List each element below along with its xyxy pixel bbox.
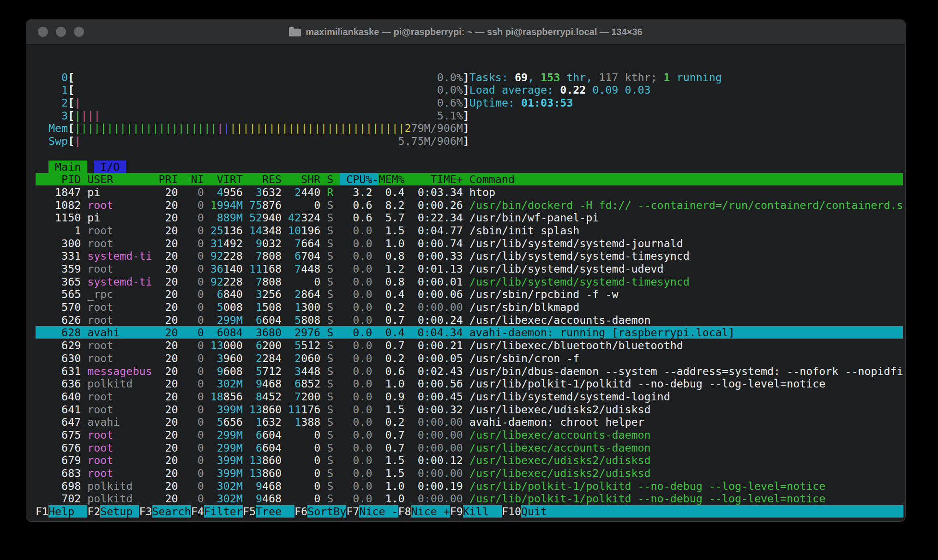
- process-row-702[interactable]: 702 polkitd 20 0 302M 9468 0 S 0.0 1.0 0…: [36, 492, 906, 505]
- process-nice: 0: [185, 365, 204, 377]
- fkey-F9[interactable]: F9: [450, 505, 463, 518]
- process-state: S: [327, 352, 333, 364]
- process-nice: 0: [185, 250, 204, 262]
- fkey-F8[interactable]: F8: [398, 505, 411, 518]
- process-user: polkitd: [87, 492, 152, 505]
- fkey-F2[interactable]: F2: [87, 505, 100, 518]
- fkey-label-help[interactable]: Help: [48, 505, 87, 518]
- fkey-F1[interactable]: F1: [36, 505, 48, 518]
- process-time: 0:00.05: [405, 352, 463, 364]
- fkey-F7[interactable]: F7: [346, 505, 359, 518]
- header-right-columns[interactable]: MEM% TIME+ Command: [379, 173, 903, 185]
- htop-terminal[interactable]: 0[ 0.0%]Tasks: 69, 153 thr, 117 kthr; 1 …: [36, 58, 906, 518]
- process-row-626[interactable]: 626 root 20 0 299M 6604 5808 S 0.0 0.7 0…: [36, 314, 906, 327]
- fkey-label-search[interactable]: Search: [152, 505, 191, 518]
- zoom-button[interactable]: [74, 27, 84, 37]
- process-row-641[interactable]: 641 root 20 0 399M 13860 11176 S 0.0 1.5…: [36, 403, 906, 416]
- fkey-F5[interactable]: F5: [243, 505, 256, 518]
- fkey-F10[interactable]: F10: [502, 505, 521, 518]
- mem-cache-bars: |||||||||||||||||||||||||||: [230, 122, 405, 134]
- process-nice: 0: [185, 288, 204, 300]
- process-row-300[interactable]: 300 root 20 0 31492 9032 7664 S 0.0 1.0 …: [36, 237, 906, 250]
- process-cpu-percent: 3.2: [340, 186, 372, 198]
- process-row-675[interactable]: 675 root 20 0 299M 6604 0 S 0.0 0.7 0:00…: [36, 429, 906, 441]
- selected-process-text[interactable]: 628 avahi 20 0 6084 3680 2976 S 0.0 0.4 …: [36, 326, 903, 339]
- process-time: 0:00.19: [405, 480, 463, 492]
- process-row-1[interactable]: 1 root 20 0 25136 14348 10196 S 0.0 1.5 …: [36, 224, 906, 237]
- process-user: root: [87, 339, 152, 351]
- process-pid: 679: [36, 454, 81, 466]
- process-row-683[interactable]: 683 root 20 0 399M 13860 0 S 0.0 1.5 0:0…: [36, 467, 906, 480]
- process-state: S: [327, 262, 333, 275]
- process-nice: 0: [185, 403, 204, 416]
- process-row-570[interactable]: 570 root 20 0 5008 1508 1300 S 0.0 0.2 0…: [36, 301, 906, 314]
- process-row-1082[interactable]: 1082 root 20 0 1994M 75876 0 S 0.6 8.2 0…: [36, 199, 906, 212]
- process-nice: 0: [185, 224, 204, 237]
- process-row-636[interactable]: 636 polkitd 20 0 302M 9468 6852 S 0.0 1.…: [36, 377, 906, 390]
- process-user: root: [87, 301, 152, 313]
- process-mem-percent: 0.8: [379, 250, 404, 262]
- header-left-columns[interactable]: PID USER PRI NI VIRT RES SHR S: [36, 173, 340, 185]
- fkey-label-nice-[interactable]: Nice -: [359, 505, 398, 518]
- process-nice: 0: [185, 441, 204, 454]
- fkey-label-sortby[interactable]: SortBy: [307, 505, 346, 518]
- fkey-F6[interactable]: F6: [295, 505, 307, 518]
- memory-meter-value: 79M/906M: [411, 122, 463, 134]
- window-titlebar[interactable]: maximiliankaske — pi@raspberrypi: ~ — ss…: [26, 19, 906, 45]
- fkey-label-setup[interactable]: Setup: [100, 505, 139, 518]
- tab-io[interactable]: I/O: [94, 161, 126, 173]
- process-row-331[interactable]: 331 systemd-ti 20 0 92228 7808 6704 S 0.…: [36, 250, 906, 262]
- process-row-1150[interactable]: 1150 pi 20 0 889M 52940 42324 S 0.6 5.7 …: [36, 211, 906, 224]
- process-row-698[interactable]: 698 polkitd 20 0 302M 9468 0 S 0.0 1.0 0…: [36, 480, 906, 493]
- process-pid: 626: [36, 314, 81, 326]
- process-cpu-percent: 0.0: [340, 224, 372, 237]
- table-header[interactable]: PID USER PRI NI VIRT RES SHR S CPU%-MEM%…: [36, 173, 906, 186]
- process-pid: 365: [36, 275, 81, 288]
- process-priority: 20: [159, 454, 178, 466]
- process-pid: 359: [36, 262, 81, 275]
- uptime-value: 01:03:53: [521, 96, 573, 109]
- process-row-631[interactable]: 631 messagebus 20 0 9608 5712 3448 S 0.0…: [36, 365, 906, 378]
- process-pid: 641: [36, 403, 81, 416]
- fkey-F4[interactable]: F4: [191, 505, 204, 518]
- process-state: S: [327, 429, 333, 441]
- process-cpu-percent: 0.0: [340, 275, 372, 288]
- process-time: 0:00.24: [405, 314, 463, 326]
- process-state: S: [327, 492, 333, 505]
- fkey-label-quit[interactable]: Quit: [521, 505, 903, 518]
- tab-main[interactable]: Main: [48, 161, 87, 173]
- process-priority: 20: [159, 301, 178, 313]
- fkey-label-filter[interactable]: Filter: [204, 505, 243, 518]
- header-sort-column-cpu[interactable]: CPU%-: [340, 173, 379, 185]
- fkey-label-tree[interactable]: Tree: [256, 505, 295, 518]
- process-row-359[interactable]: 359 root 20 0 36140 11168 7448 S 0.0 1.2…: [36, 262, 906, 275]
- process-row-1847[interactable]: 1847 pi 20 0 4956 3632 2440 R 3.2 0.4 0:…: [36, 186, 906, 199]
- fkey-F3[interactable]: F3: [139, 505, 152, 518]
- process-command: /usr/libexec/accounts-daemon: [469, 441, 903, 454]
- traffic-lights: [38, 19, 84, 44]
- process-row-676[interactable]: 676 root 20 0 299M 6604 0 S 0.0 0.7 0:00…: [36, 441, 906, 454]
- minimize-button[interactable]: [56, 27, 66, 37]
- process-command: htop: [469, 186, 903, 198]
- process-row-640[interactable]: 640 root 20 0 18856 8452 7200 S 0.0 0.9 …: [36, 390, 906, 403]
- process-user: avahi: [87, 416, 152, 428]
- process-row-365[interactable]: 365 systemd-ti 20 0 92228 7808 0 S 0.0 0…: [36, 275, 906, 288]
- process-row-647[interactable]: 647 avahi 20 0 5656 1632 1388 S 0.0 0.2 …: [36, 416, 906, 429]
- process-row-selected-628[interactable]: 628 avahi 20 0 6084 3680 2976 S 0.0 0.4 …: [36, 326, 906, 339]
- process-command: /usr/lib/systemd/systemd-timesyncd: [469, 250, 903, 262]
- process-state: S: [327, 454, 333, 466]
- process-mem-percent: 0.4: [379, 288, 404, 300]
- process-command: /usr/lib/systemd/systemd-journald: [469, 237, 903, 250]
- process-row-629[interactable]: 629 root 20 0 13000 6200 5512 S 0.0 0.7 …: [36, 339, 906, 352]
- process-row-630[interactable]: 630 root 20 0 3960 2284 2060 S 0.0 0.2 0…: [36, 352, 906, 365]
- process-row-565[interactable]: 565 _rpc 20 0 6840 3256 2864 S 0.0 0.4 0…: [36, 288, 906, 301]
- fkey-label-kill[interactable]: Kill: [463, 505, 502, 518]
- process-row-679[interactable]: 679 root 20 0 399M 13860 0 S 0.0 1.5 0:0…: [36, 454, 906, 467]
- process-pid: 702: [36, 492, 81, 505]
- process-priority: 20: [159, 480, 178, 492]
- process-user: root: [87, 262, 152, 275]
- close-button[interactable]: [38, 27, 48, 37]
- process-user: root: [87, 199, 152, 211]
- fkey-label-nice-[interactable]: Nice +: [411, 505, 450, 518]
- cpu-meter-2: 2[| 0.6%]Uptime: 01:03:53: [36, 96, 906, 109]
